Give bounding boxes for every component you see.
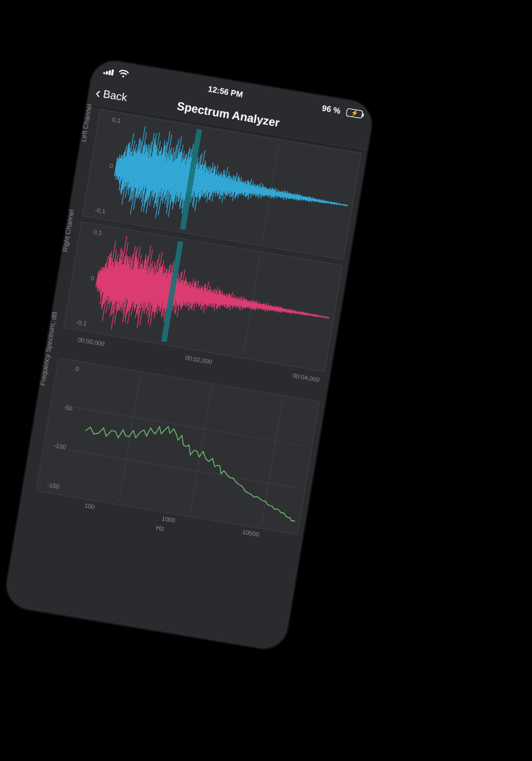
svg-line-803 [303,311,303,316]
right-channel-label: Right Channel [61,209,75,252]
svg-line-851 [75,408,307,446]
svg-line-398 [332,202,332,204]
svg-rect-0 [103,72,105,74]
chart-panels: Left Channel 0,1 0 -0,1 [18,106,368,563]
svg-line-366 [314,198,315,202]
battery-icon: ⚡ [344,108,363,118]
svg-line-830 [318,315,319,318]
svg-line-386 [325,200,326,202]
cell-signal-icon [103,66,115,77]
svg-line-789 [295,311,296,314]
svg-rect-2 [108,70,111,75]
svg-line-797 [299,311,300,315]
spectrum-panel[interactable]: 0 -50 -100 -150 [36,357,320,535]
svg-line-799 [301,311,301,315]
svg-line-407 [336,202,337,205]
phone-frame: 12:56 PM 96 % ⚡ ‹ Back Spectrum Analyzer… [3,58,376,652]
left-channel-label: Left Channel [79,104,93,143]
svg-line-853 [119,375,140,502]
svg-rect-3 [111,69,114,75]
svg-line-821 [313,314,313,317]
svg-line-854 [190,387,211,513]
svg-line-374 [318,199,319,202]
svg-line-376 [319,199,320,202]
svg-line-793 [297,311,298,314]
battery-percent: 96 % [322,104,341,116]
svg-line-809 [306,313,307,315]
svg-point-4 [122,75,124,77]
svg-rect-1 [106,71,108,74]
svg-line-852 [68,450,301,488]
